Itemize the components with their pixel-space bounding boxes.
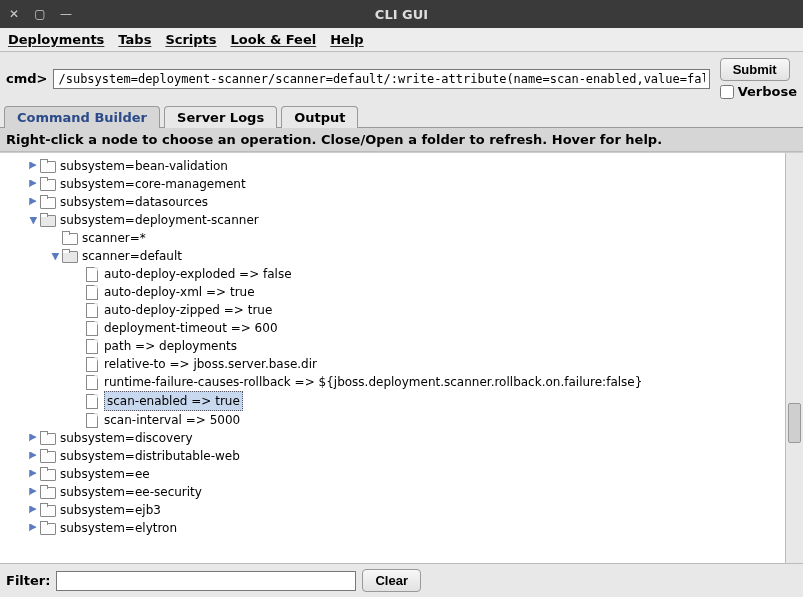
tree-node-label[interactable]: subsystem=deployment-scanner	[60, 211, 259, 229]
folder-icon	[62, 249, 78, 263]
tree-node[interactable]: ⯈deployment-timeout => 600	[6, 319, 783, 337]
tree-node[interactable]: ⯈scanner=*	[6, 229, 783, 247]
clear-button[interactable]: Clear	[362, 569, 421, 592]
tree-node-label[interactable]: runtime-failure-causes-rollback => ${jbo…	[104, 373, 642, 391]
tree-node-label[interactable]: subsystem=distributable-web	[60, 447, 240, 465]
tab-command-builder[interactable]: Command Builder	[4, 106, 160, 128]
tree-node-label[interactable]: subsystem=bean-validation	[60, 157, 228, 175]
file-icon	[84, 394, 100, 408]
folder-icon	[40, 159, 56, 173]
tree-node-label[interactable]: auto-deploy-xml => true	[104, 283, 255, 301]
tree-node-label[interactable]: subsystem=ejb3	[60, 501, 161, 519]
expand-icon[interactable]: ⯈	[28, 519, 38, 537]
expand-icon[interactable]: ⯈	[28, 501, 38, 519]
expand-icon[interactable]: ⯈	[28, 175, 38, 193]
tree-node-label[interactable]: relative-to => jboss.server.base.dir	[104, 355, 317, 373]
tree-node[interactable]: ⯈subsystem=elytron	[6, 519, 783, 537]
tree-node-label[interactable]: scanner=*	[82, 229, 146, 247]
tree-node-label[interactable]: auto-deploy-exploded => false	[104, 265, 292, 283]
close-icon[interactable]: ✕	[8, 8, 20, 20]
tree-node[interactable]: ⯈auto-deploy-exploded => false	[6, 265, 783, 283]
tree-node[interactable]: ⯈scan-interval => 5000	[6, 411, 783, 429]
folder-icon	[40, 213, 56, 227]
file-icon	[84, 413, 100, 427]
cmd-input[interactable]	[53, 69, 709, 89]
folder-icon	[40, 177, 56, 191]
tree-node-label[interactable]: scanner=default	[82, 247, 182, 265]
menubar: Deployments Tabs Scripts Look & Feel Hel…	[0, 28, 803, 52]
folder-icon	[40, 431, 56, 445]
tree-node-label[interactable]: auto-deploy-zipped => true	[104, 301, 272, 319]
folder-icon	[40, 521, 56, 535]
file-icon	[84, 321, 100, 335]
tree-node[interactable]: ⯈subsystem=core-management	[6, 175, 783, 193]
window-titlebar: ✕ ▢ — CLI GUI	[0, 0, 803, 28]
collapse-icon[interactable]: ⯆	[28, 211, 38, 229]
tree-node[interactable]: ⯈runtime-failure-causes-rollback => ${jb…	[6, 373, 783, 391]
tree-node-label[interactable]: subsystem=datasources	[60, 193, 208, 211]
tree-node[interactable]: ⯈subsystem=ee-security	[6, 483, 783, 501]
window-title: CLI GUI	[0, 7, 803, 22]
expand-icon[interactable]: ⯈	[28, 483, 38, 501]
tree-node[interactable]: ⯈subsystem=discovery	[6, 429, 783, 447]
minimize-icon[interactable]: —	[60, 8, 72, 20]
collapse-icon[interactable]: ⯆	[50, 247, 60, 265]
expand-icon[interactable]: ⯈	[28, 193, 38, 211]
tree-node[interactable]: ⯆scanner=default	[6, 247, 783, 265]
vertical-scrollbar[interactable]	[785, 153, 803, 563]
expand-icon[interactable]: ⯈	[28, 465, 38, 483]
folder-icon	[40, 467, 56, 481]
folder-icon	[40, 449, 56, 463]
folder-icon	[40, 485, 56, 499]
verbose-checkbox[interactable]	[720, 85, 734, 99]
menu-help[interactable]: Help	[330, 32, 363, 47]
tree-node[interactable]: ⯈auto-deploy-xml => true	[6, 283, 783, 301]
menu-look-and-feel[interactable]: Look & Feel	[231, 32, 317, 47]
tree-node[interactable]: ⯈relative-to => jboss.server.base.dir	[6, 355, 783, 373]
file-icon	[84, 267, 100, 281]
command-row: cmd> Submit Verbose	[0, 52, 803, 103]
tree-node[interactable]: ⯈subsystem=ejb3	[6, 501, 783, 519]
filter-bar: Filter: Clear	[0, 563, 803, 597]
tree-node[interactable]: ⯈subsystem=distributable-web	[6, 447, 783, 465]
file-icon	[84, 339, 100, 353]
tab-output[interactable]: Output	[281, 106, 358, 128]
verbose-toggle[interactable]: Verbose	[720, 84, 797, 99]
tree-node[interactable]: ⯈subsystem=bean-validation	[6, 157, 783, 175]
cmd-label: cmd>	[6, 71, 47, 86]
tree-node-label[interactable]: deployment-timeout => 600	[104, 319, 278, 337]
tree-node[interactable]: ⯈scan-enabled => true	[6, 391, 783, 411]
tree-node[interactable]: ⯈path => deployments	[6, 337, 783, 355]
tree-node-label[interactable]: subsystem=core-management	[60, 175, 246, 193]
expand-icon[interactable]: ⯈	[28, 157, 38, 175]
tab-server-logs[interactable]: Server Logs	[164, 106, 277, 128]
tree-node-label[interactable]: subsystem=ee	[60, 465, 150, 483]
menu-scripts[interactable]: Scripts	[165, 32, 216, 47]
folder-icon	[40, 195, 56, 209]
tree-node[interactable]: ⯈subsystem=datasources	[6, 193, 783, 211]
tree-view[interactable]: ⯈subsystem=bean-validation⯈subsystem=cor…	[0, 153, 785, 563]
tree-node[interactable]: ⯆subsystem=deployment-scanner	[6, 211, 783, 229]
filter-label: Filter:	[6, 573, 50, 588]
folder-icon	[40, 503, 56, 517]
menu-tabs[interactable]: Tabs	[118, 32, 151, 47]
tree-node-label[interactable]: path => deployments	[104, 337, 237, 355]
maximize-icon[interactable]: ▢	[34, 8, 46, 20]
tree-node-label[interactable]: subsystem=ee-security	[60, 483, 202, 501]
file-icon	[84, 375, 100, 389]
tree-node[interactable]: ⯈auto-deploy-zipped => true	[6, 301, 783, 319]
expand-icon[interactable]: ⯈	[28, 447, 38, 465]
filter-input[interactable]	[56, 571, 356, 591]
tree-node-label[interactable]: scan-enabled => true	[104, 391, 243, 411]
tree-node-label[interactable]: subsystem=elytron	[60, 519, 177, 537]
tree-node-label[interactable]: scan-interval => 5000	[104, 411, 240, 429]
expand-icon[interactable]: ⯈	[28, 429, 38, 447]
tree-node-label[interactable]: subsystem=discovery	[60, 429, 193, 447]
menu-deployments[interactable]: Deployments	[8, 32, 104, 47]
tab-strip: Command Builder Server Logs Output	[0, 105, 803, 128]
verbose-label: Verbose	[738, 84, 797, 99]
file-icon	[84, 303, 100, 317]
submit-button[interactable]: Submit	[720, 58, 790, 81]
scrollbar-thumb[interactable]	[788, 403, 801, 443]
tree-node[interactable]: ⯈subsystem=ee	[6, 465, 783, 483]
